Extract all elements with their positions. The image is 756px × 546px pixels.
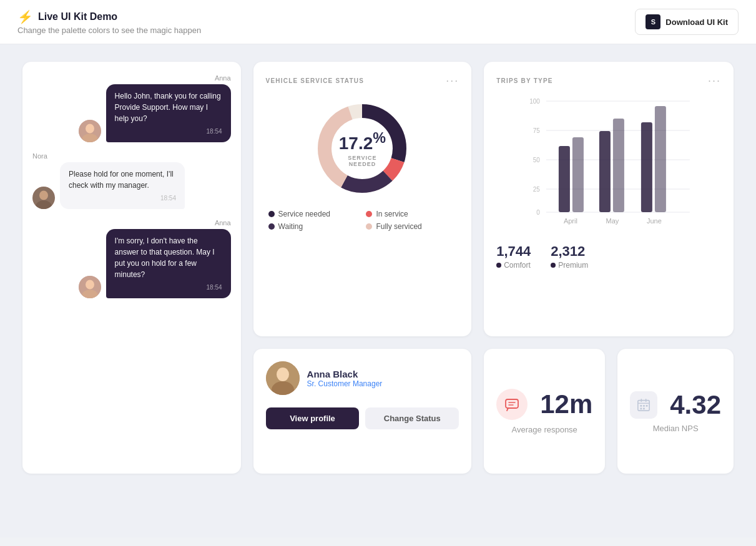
chat-bubble-row-3: I'm sorry, I don't have the answer to th… <box>32 229 231 298</box>
donut-chart: 17.2% SERVICE NEEDED <box>312 99 412 198</box>
comfort-value: 1,744 <box>496 243 531 260</box>
svg-rect-20 <box>655 106 666 212</box>
svg-point-28 <box>39 191 48 200</box>
legend-dot-in-service <box>366 211 372 217</box>
nps-icon-wrap <box>630 391 657 419</box>
profile-info: Anna Black Sr. Customer Manager <box>266 361 459 395</box>
legend-label: In service <box>376 210 408 218</box>
legend-item-fully-serviced: Fully serviced <box>366 222 456 231</box>
legend-label: Service needed <box>278 210 330 218</box>
svg-rect-45 <box>643 405 645 407</box>
profile-actions: View profile Change Status <box>266 407 459 429</box>
comfort-label: Comfort <box>496 261 531 270</box>
nps-card: 4.32 Median NPS <box>617 349 734 474</box>
chat-time-3: 18:54 <box>115 283 222 292</box>
nps-label: Median NPS <box>653 424 699 433</box>
svg-rect-17 <box>599 131 611 212</box>
avatar-svg <box>266 361 300 395</box>
profile-text: Anna Black Sr. Customer Manager <box>307 369 383 388</box>
message-icon <box>504 397 519 412</box>
chat-bubble-nora: Please hold for one moment, I'll check w… <box>60 162 185 209</box>
premium-label: Premium <box>551 261 588 270</box>
avatar-anna-2 <box>79 276 101 298</box>
download-btn-icon: S <box>646 14 660 29</box>
legend-item-waiting: Waiting <box>268 222 359 231</box>
bolt-icon: ⚡ <box>17 9 33 24</box>
vehicle-card-menu[interactable]: ··· <box>446 74 459 87</box>
response-content: 12m Average response <box>496 389 592 434</box>
donut-center: 17.2% SERVICE NEEDED <box>337 130 387 167</box>
svg-rect-47 <box>641 407 642 409</box>
bar-chart-svg: 100 75 50 25 0 April May June <box>496 95 721 232</box>
legend-item-in-service: In service <box>366 210 456 218</box>
svg-rect-48 <box>643 407 645 409</box>
svg-rect-36 <box>506 399 518 408</box>
svg-rect-18 <box>613 119 624 212</box>
vehicle-card-title: VEHICLE SERVICE STATUS <box>266 77 365 84</box>
chat-bubble-anna-2: I'm sorry, I don't have the answer to th… <box>106 229 231 298</box>
avatar-nora <box>32 187 55 209</box>
svg-rect-15 <box>559 146 570 212</box>
app-title: Live UI Kit Demo <box>38 11 117 22</box>
profile-role: Sr. Customer Manager <box>307 379 383 388</box>
premium-value: 2,312 <box>551 243 588 260</box>
top-bar: ⚡ Live UI Kit Demo Change the palette co… <box>0 0 756 44</box>
response-card: 12m Average response <box>484 349 605 474</box>
chat-sender-anna-2: Anna <box>32 219 231 227</box>
legend-dot-waiting <box>268 223 275 230</box>
change-status-button[interactable]: Change Status <box>365 407 459 429</box>
chat-sender-anna-1: Anna <box>32 74 231 82</box>
comfort-dot <box>496 263 501 268</box>
svg-text:50: 50 <box>533 157 541 163</box>
donut-container: 17.2% SERVICE NEEDED <box>266 92 459 201</box>
avatar-anna-1 <box>79 120 101 142</box>
svg-text:April: April <box>564 217 577 225</box>
premium-stat: 2,312 Premium <box>551 243 588 270</box>
download-btn-label: Download UI Kit <box>665 17 728 27</box>
profile-name: Anna Black <box>307 369 383 379</box>
trips-card-menu[interactable]: ··· <box>708 74 721 87</box>
svg-point-25 <box>86 124 94 134</box>
main-content: VEHICLE SERVICE STATUS ··· <box>0 44 756 537</box>
app-title-row: ⚡ Live UI Kit Demo <box>17 9 201 24</box>
chat-bubble-row-1: Hello John, thank you for calling Provid… <box>32 84 231 142</box>
legend-item-service-needed: Service needed <box>268 210 359 218</box>
app-subtitle: Change the palette colors to see the mag… <box>17 26 201 35</box>
download-button[interactable]: S Download UI Kit <box>635 9 739 35</box>
donut-label: SERVICE NEEDED <box>337 155 387 167</box>
svg-text:100: 100 <box>529 98 540 105</box>
chat-messages: Anna Hello John, thank you for calling P… <box>32 74 231 298</box>
svg-rect-19 <box>641 122 652 212</box>
view-profile-button[interactable]: View profile <box>266 407 360 429</box>
bottom-right-pair: 12m Average response <box>484 349 734 474</box>
branding: ⚡ Live UI Kit Demo Change the palette co… <box>17 9 201 35</box>
response-value: 12m <box>540 389 592 419</box>
chat-bubble-anna-1: Hello John, thank you for calling Provid… <box>106 84 231 142</box>
calendar-icon <box>637 398 650 412</box>
legend-label: Waiting <box>278 222 303 231</box>
svg-text:0: 0 <box>537 209 541 216</box>
chat-bubble-row-2: Please hold for one moment, I'll check w… <box>32 162 231 209</box>
vehicle-card-header: VEHICLE SERVICE STATUS ··· <box>266 74 459 87</box>
vehicle-legend: Service needed In service Waiting Fully … <box>266 210 459 231</box>
chat-time-1: 18:54 <box>115 127 222 136</box>
chat-card: Anna Hello John, thank you for calling P… <box>22 62 241 474</box>
chat-message-2: Nora Please hold for one moment, I'll ch… <box>32 152 231 209</box>
avatar-profile <box>266 361 300 395</box>
profile-card: Anna Black Sr. Customer Manager View pro… <box>253 349 472 474</box>
trips-card-header: TRIPS BY TYPE ··· <box>496 74 721 87</box>
chat-message-3: Anna I'm sorry, I don't have the answer … <box>32 219 231 298</box>
legend-dot-fully-serviced <box>366 223 372 230</box>
legend-dot-service-needed <box>268 211 275 217</box>
response-icon-wrap <box>496 389 528 420</box>
svg-point-31 <box>86 280 94 290</box>
nps-value: 4.32 <box>670 390 721 420</box>
donut-sup: % <box>373 130 386 146</box>
chat-message-1: Anna Hello John, thank you for calling P… <box>32 74 231 142</box>
svg-text:June: June <box>647 217 662 225</box>
svg-text:75: 75 <box>533 127 541 134</box>
legend-label: Fully serviced <box>376 222 421 231</box>
chat-sender-nora: Nora <box>32 152 231 160</box>
premium-dot <box>551 263 556 268</box>
chat-time-2: 18:54 <box>69 193 176 203</box>
